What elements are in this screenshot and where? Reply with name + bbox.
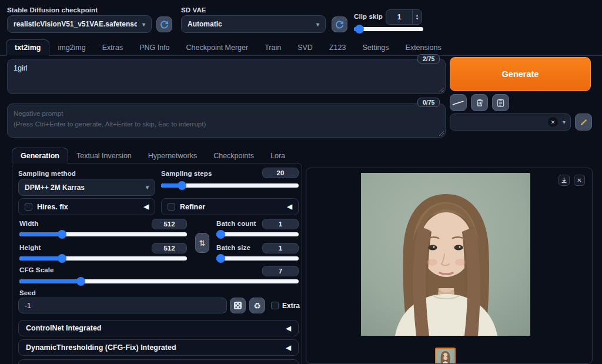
reuse-seed-button[interactable]: ♻ xyxy=(249,298,265,313)
close-image-button[interactable]: ✕ xyxy=(574,175,585,186)
sampling-steps-slider[interactable] xyxy=(161,181,299,190)
controlnet-accordion[interactable]: ControlNet Integrated ◀ xyxy=(18,320,299,336)
vae-dropdown[interactable]: Automatic ▾ xyxy=(181,15,326,33)
seed-input[interactable]: -1 xyxy=(18,298,227,313)
subtab-textual-inversion[interactable]: Textual Inversion xyxy=(68,148,140,163)
apply-styles-button[interactable] xyxy=(492,94,509,111)
checkpoint-dropdown[interactable]: realisticVisionV51_v51VAE.safetensors [1… xyxy=(7,15,152,33)
tab-txt2img[interactable]: txt2img xyxy=(6,39,49,56)
refiner-checkbox[interactable] xyxy=(168,203,175,211)
slider-thumb[interactable] xyxy=(216,230,225,239)
clear-styles-icon[interactable]: ✕ xyxy=(548,117,558,127)
edit-styles-button[interactable] xyxy=(575,113,592,131)
prompt-input[interactable]: 1girl xyxy=(7,59,446,94)
prompt-text: 1girl xyxy=(14,64,28,72)
swap-dimensions-button[interactable]: ⇅ xyxy=(195,233,209,253)
arrow-icon: ╱ xyxy=(453,98,463,108)
tab-z123[interactable]: Z123 xyxy=(321,40,354,55)
tab-png-info[interactable]: PNG Info xyxy=(131,40,178,55)
pencil-icon xyxy=(580,118,588,126)
recycle-icon: ♻ xyxy=(253,301,261,310)
height-label: Height xyxy=(19,244,41,251)
tab-checkpoint-merger[interactable]: Checkpoint Merger xyxy=(178,40,257,55)
close-icon: ✕ xyxy=(577,177,581,183)
output-gallery-panel: ✕ xyxy=(306,168,593,364)
refresh-vae-button[interactable] xyxy=(332,16,347,32)
height-value[interactable]: 512 xyxy=(152,243,187,253)
width-value[interactable]: 512 xyxy=(152,219,187,229)
sampling-steps-value[interactable]: 20 xyxy=(262,168,299,178)
random-seed-button[interactable] xyxy=(230,298,246,313)
height-slider[interactable] xyxy=(19,254,187,263)
refresh-checkpoint-button[interactable] xyxy=(156,16,172,32)
refiner-label: Refiner xyxy=(180,203,205,211)
negative-prompt-placeholder-1: Negative prompt xyxy=(14,109,439,119)
clear-prompt-button[interactable] xyxy=(471,94,488,111)
batch-size-value[interactable]: 1 xyxy=(262,243,299,253)
batch-count-slider[interactable] xyxy=(216,230,299,239)
subtab-lora[interactable]: Lora xyxy=(262,148,293,163)
sampling-method-label: Sampling method xyxy=(18,170,76,177)
controlnet-accordion-title: ControlNet Integrated xyxy=(26,324,101,332)
resize-handle[interactable] xyxy=(439,87,444,92)
tab-train[interactable]: Train xyxy=(256,40,289,55)
slider-track xyxy=(216,232,299,236)
collapse-arrow-icon[interactable]: ◀ xyxy=(144,203,149,211)
gallery-thumbnail-selected[interactable] xyxy=(435,348,456,364)
collapse-arrow-icon[interactable]: ◀ xyxy=(287,203,292,211)
download-image-button[interactable] xyxy=(558,175,570,186)
cfg-scale-slider[interactable] xyxy=(19,277,299,286)
negative-prompt-input[interactable]: Negative prompt (Press Ctrl+Enter to gen… xyxy=(7,103,446,138)
batch-size-slider[interactable] xyxy=(216,254,299,263)
slider-fill xyxy=(19,232,62,236)
trash-icon xyxy=(476,98,484,107)
vae-value: Automatic xyxy=(188,20,222,28)
batch-count-value[interactable]: 1 xyxy=(262,219,299,229)
dynamic-thresholding-accordion-title: DynamicThresholding (CFG-Fix) Integrated xyxy=(26,343,176,352)
negative-prompt-placeholder-2: (Press Ctrl+Enter to generate, Alt+Enter… xyxy=(14,119,439,130)
paste-generation-params-button[interactable]: ╱ xyxy=(450,94,467,111)
tab-extensions[interactable]: Extensions xyxy=(397,40,450,55)
generate-button[interactable]: Generate xyxy=(450,57,591,91)
tab-img2img[interactable]: img2img xyxy=(49,40,93,55)
cfg-scale-value[interactable]: 7 xyxy=(262,266,299,276)
clip-skip-slider[interactable] xyxy=(354,25,423,34)
generation-panel: Sampling method DPM++ 2M Karras ▾ Sampli… xyxy=(12,163,302,364)
dynamic-thresholding-accordion[interactable]: DynamicThresholding (CFG-Fix) Integrated… xyxy=(18,339,299,356)
subtab-generation[interactable]: Generation xyxy=(12,148,68,164)
slider-thumb[interactable] xyxy=(76,277,85,286)
tab-settings[interactable]: Settings xyxy=(354,40,397,55)
hires-fix-header[interactable]: Hires. fix ◀ xyxy=(18,198,155,215)
chevron-down-icon: ▾ xyxy=(563,119,566,125)
styles-dropdown[interactable]: ✕ ▾ xyxy=(450,113,571,131)
clip-skip-label: Clip skip xyxy=(354,13,383,20)
hires-fix-checkbox[interactable] xyxy=(25,203,32,211)
subtab-checkpoints[interactable]: Checkpoints xyxy=(205,148,262,163)
slider-track xyxy=(354,27,423,31)
batch-count-label: Batch count xyxy=(216,220,256,227)
tab-extras[interactable]: Extras xyxy=(94,40,131,55)
slider-thumb[interactable] xyxy=(58,254,66,263)
tab-svd[interactable]: SVD xyxy=(289,40,321,55)
subtab-hypernetworks[interactable]: Hypernetworks xyxy=(140,148,205,163)
width-slider[interactable] xyxy=(19,230,187,239)
extra-seed-checkbox[interactable] xyxy=(271,302,279,309)
hires-fix-label: Hires. fix xyxy=(37,203,68,211)
slider-fill xyxy=(19,279,81,283)
slider-thumb[interactable] xyxy=(355,25,364,34)
slider-thumb[interactable] xyxy=(178,181,186,190)
swap-icon: ⇅ xyxy=(199,239,206,248)
clip-skip-input[interactable]: 1 ▴ ▾ xyxy=(386,9,422,25)
slider-thumb[interactable] xyxy=(216,254,225,263)
partial-accordion[interactable] xyxy=(18,359,299,364)
slider-thumb[interactable] xyxy=(58,230,66,239)
generated-image[interactable] xyxy=(361,173,530,336)
spinner-down-icon[interactable]: ▾ xyxy=(416,17,419,21)
portrait-of-girl xyxy=(361,173,530,336)
sampling-method-dropdown[interactable]: DPM++ 2M Karras ▾ xyxy=(18,179,155,196)
resize-handle[interactable] xyxy=(439,131,444,136)
vae-label: SD VAE xyxy=(181,6,206,14)
clip-skip-stepper[interactable]: ▴ ▾ xyxy=(412,10,422,24)
refiner-header[interactable]: Refiner ◀ xyxy=(161,198,299,215)
checkpoint-label: Stable Diffusion checkpoint xyxy=(7,6,98,14)
